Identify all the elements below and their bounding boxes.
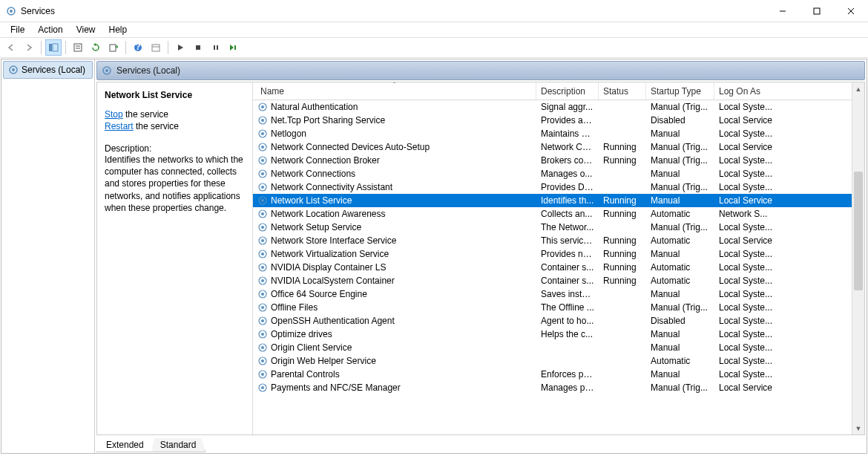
service-startup-type: Manual (Trig... — [646, 155, 714, 166]
service-description: Manages pa... — [536, 382, 599, 393]
table-row[interactable]: Origin Client ServiceManualLocal Syste..… — [253, 341, 864, 354]
service-description: Collects an... — [536, 209, 599, 219]
export-button[interactable] — [105, 39, 122, 56]
service-log-on-as: Local Syste... — [714, 302, 864, 313]
maximize-button[interactable] — [800, 0, 834, 22]
table-row[interactable]: Network Connected Devices Auto-SetupNetw… — [253, 140, 864, 154]
restart-service-button[interactable] — [226, 39, 242, 56]
menu-file[interactable]: File — [4, 23, 30, 36]
scroll-up-arrow-icon[interactable]: ▲ — [852, 82, 864, 95]
table-row[interactable]: Offline FilesThe Offline ...Manual (Trig… — [253, 301, 864, 314]
tree-node-label: Services (Local) — [22, 65, 85, 75]
tree-node-services-local[interactable]: Services (Local) — [3, 61, 93, 79]
service-log-on-as: Local Syste... — [714, 222, 864, 232]
column-status[interactable]: Status — [599, 82, 646, 100]
service-log-on-as: Local Syste... — [714, 369, 864, 380]
refresh-button[interactable] — [88, 39, 104, 56]
svg-rect-14 — [152, 45, 160, 51]
service-startup-type: Manual (Trig... — [646, 182, 714, 192]
service-description: Container s... — [536, 262, 599, 273]
service-gear-icon — [257, 316, 268, 326]
restart-service-link[interactable]: Restart — [105, 121, 134, 131]
table-body[interactable]: Natural AuthenticationSignal aggr...Manu… — [253, 100, 864, 434]
service-description: This service ... — [536, 235, 599, 246]
svg-point-21 — [12, 68, 15, 71]
service-startup-type: Manual — [646, 169, 714, 179]
service-log-on-as: Local Syste... — [714, 316, 864, 326]
service-description: Maintains a ... — [536, 128, 599, 139]
service-status: Running — [599, 262, 646, 273]
svg-rect-7 — [53, 44, 58, 51]
table-row[interactable]: Network Connectivity AssistantProvides D… — [253, 180, 864, 194]
nav-back-button[interactable] — [3, 39, 19, 56]
service-log-on-as: Local Syste... — [714, 342, 864, 353]
svg-point-67 — [261, 386, 264, 389]
pause-service-button[interactable] — [208, 39, 224, 56]
service-startup-type: Manual (Trig... — [646, 382, 714, 393]
column-startup-type[interactable]: Startup Type — [646, 82, 714, 100]
table-row[interactable]: Payments and NFC/SE ManagerManages pa...… — [253, 381, 864, 394]
scroll-thumb[interactable] — [854, 172, 863, 290]
svg-rect-17 — [214, 45, 215, 50]
service-log-on-as: Local Service — [714, 195, 864, 206]
table-row[interactable]: NVIDIA LocalSystem ContainerContainer s.… — [253, 274, 864, 287]
close-button[interactable] — [834, 0, 868, 22]
properties-button[interactable] — [70, 39, 86, 56]
service-gear-icon — [257, 115, 268, 126]
svg-point-57 — [261, 319, 264, 322]
svg-point-53 — [261, 293, 264, 296]
service-name: Netlogon — [271, 128, 306, 139]
service-log-on-as: Local Syste... — [714, 329, 864, 339]
table-row[interactable]: Network Virtualization ServiceProvides n… — [253, 247, 864, 261]
help-button[interactable]: ? — [130, 39, 146, 56]
service-startup-type: Manual — [646, 369, 714, 380]
column-name[interactable]: Name — [253, 82, 536, 100]
stop-service-button[interactable] — [190, 39, 206, 56]
menu-action[interactable]: Action — [32, 23, 68, 36]
svg-point-25 — [261, 105, 264, 108]
vertical-scrollbar[interactable]: ▲ ▼ — [852, 82, 864, 434]
table-row[interactable]: Natural AuthenticationSignal aggr...Manu… — [253, 100, 864, 114]
table-row[interactable]: Network Store Interface ServiceThis serv… — [253, 234, 864, 247]
menu-view[interactable]: View — [70, 23, 102, 36]
service-name: Network Connectivity Assistant — [271, 182, 392, 192]
service-log-on-as: Local Service — [714, 115, 864, 126]
table-row[interactable]: Network ConnectionsManages o...ManualLoc… — [253, 167, 864, 180]
service-status: Running — [599, 249, 646, 259]
service-gear-icon — [257, 276, 268, 286]
table-row[interactable]: Network List ServiceIdentifies th...Runn… — [253, 194, 864, 207]
table-row[interactable]: Optimize drivesHelps the c...ManualLocal… — [253, 328, 864, 341]
menu-help[interactable]: Help — [103, 23, 134, 36]
service-log-on-as: Network S... — [714, 209, 864, 219]
service-gear-icon — [257, 128, 268, 139]
calendar-icon[interactable] — [148, 39, 164, 56]
column-log-on-as[interactable]: Log On As — [714, 82, 864, 100]
minimize-button[interactable] — [766, 0, 800, 22]
start-service-button[interactable] — [172, 39, 188, 56]
svg-rect-6 — [49, 44, 52, 51]
nav-forward-button[interactable] — [21, 39, 37, 56]
stop-service-link[interactable]: Stop — [105, 109, 123, 120]
service-status: Running — [599, 155, 646, 166]
table-row[interactable]: Origin Web Helper ServiceAutomaticLocal … — [253, 354, 864, 368]
svg-point-39 — [261, 199, 264, 202]
table-row[interactable]: Network Location AwarenessCollects an...… — [253, 207, 864, 221]
table-row[interactable]: Parental ControlsEnforces pa...ManualLoc… — [253, 368, 864, 381]
table-row[interactable]: Office 64 Source EngineSaves install...M… — [253, 287, 864, 301]
table-row[interactable]: Net.Tcp Port Sharing ServiceProvides abi… — [253, 114, 864, 127]
table-row[interactable]: Network Setup ServiceThe Networ...Manual… — [253, 221, 864, 234]
column-description[interactable]: Description — [536, 82, 599, 100]
table-row[interactable]: OpenSSH Authentication AgentAgent to ho.… — [253, 314, 864, 328]
service-name: Network Setup Service — [271, 222, 361, 232]
tab-standard[interactable]: Standard — [151, 438, 206, 452]
tab-extended[interactable]: Extended — [96, 438, 154, 452]
show-hide-tree-button[interactable] — [45, 39, 62, 56]
table-row[interactable]: Network Connection BrokerBrokers con...R… — [253, 154, 864, 167]
service-gear-icon — [257, 102, 268, 112]
table-row[interactable]: NVIDIA Display Container LSContainer s..… — [253, 261, 864, 274]
service-startup-type: Manual — [646, 329, 714, 339]
description-label: Description: — [105, 143, 246, 154]
scroll-down-arrow-icon[interactable]: ▼ — [852, 422, 864, 434]
table-row[interactable]: NetlogonMaintains a ...ManualLocal Syste… — [253, 127, 864, 140]
service-description: Brokers con... — [536, 155, 599, 166]
